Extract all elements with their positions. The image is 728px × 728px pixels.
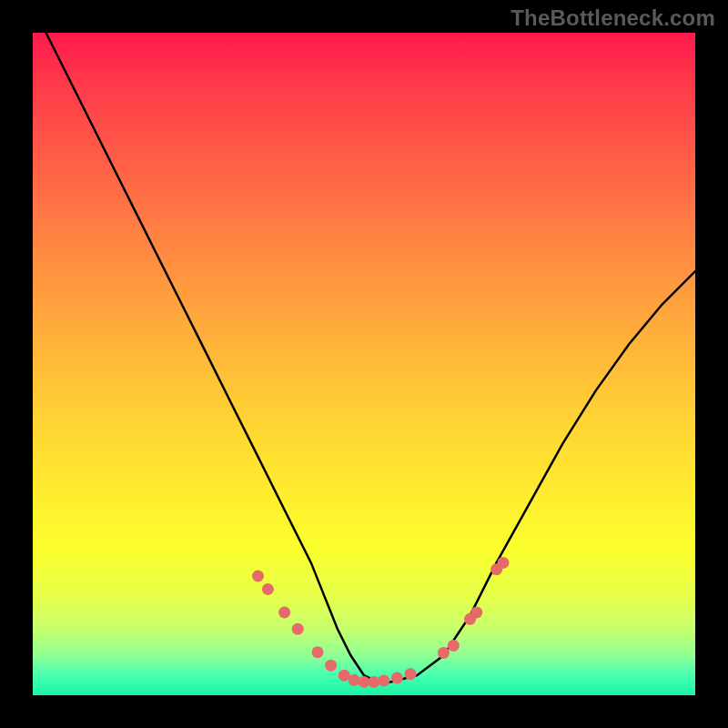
curve-marker-dot — [312, 646, 324, 658]
curve-marker-dot — [262, 583, 274, 595]
curve-marker-dot — [368, 676, 379, 688]
chart-frame: TheBottleneck.com — [0, 0, 728, 728]
curve-marker-dot — [391, 672, 403, 684]
curve-marker-dot — [497, 557, 509, 569]
chart-plot-area — [33, 33, 695, 695]
curve-marker-dot — [292, 623, 304, 635]
curve-marker-dot — [470, 607, 482, 619]
curve-marker-dot — [405, 668, 417, 680]
curve-marker-dot — [438, 647, 450, 659]
curve-marker-dot — [448, 640, 460, 652]
curve-marker-dot — [378, 675, 389, 687]
curve-marker-dot — [252, 571, 264, 582]
curve-marker-dot — [278, 607, 290, 619]
curve-markers — [252, 557, 509, 688]
watermark-text: TheBottleneck.com — [511, 5, 715, 31]
chart-svg — [33, 33, 695, 695]
curve-marker-dot — [349, 674, 360, 686]
curve-marker-dot — [325, 660, 337, 672]
bottleneck-curve — [46, 33, 695, 682]
